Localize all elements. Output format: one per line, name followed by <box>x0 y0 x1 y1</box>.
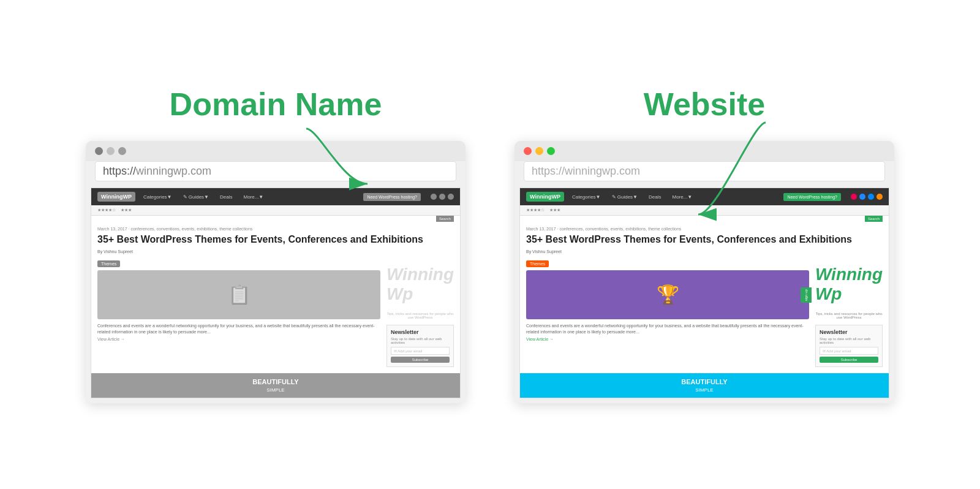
wp-logo-left: WinningWp <box>386 257 454 312</box>
article-right-col: WinningWp Tips, tricks and resources for… <box>380 257 454 367</box>
main-content-right: Themes 🏆 Conferences and events are a wo… <box>520 257 889 373</box>
newsletter-title-left: Newsletter <box>391 329 450 335</box>
dot-yellow-left <box>107 147 115 155</box>
domain-name-section: Domain Name https://winningwp.com <box>86 86 466 403</box>
article-title-left: 35+ Best WordPress Themes for Events, Co… <box>91 232 460 249</box>
main-container: Domain Name https://winningwp.com <box>0 74 980 415</box>
website-arrow <box>680 116 802 227</box>
dot-yellow-right <box>535 147 543 155</box>
article-image-left: 📋 <box>97 270 380 319</box>
article-author-left: By Vishnu Supreet <box>91 249 460 257</box>
social-icon-r1 <box>851 194 857 200</box>
nav-guides-left: ✎ Guides▼ <box>180 193 213 201</box>
wp-tagline-left: Tips, tricks and resources for people wh… <box>386 312 454 319</box>
nav-deals-right: Deals <box>646 193 664 201</box>
signup-banner-right: sign up <box>801 287 812 303</box>
browser-content-left: WinningWP Categories▼ ✎ Guides▼ Deals Mo… <box>91 188 461 398</box>
wp-logo-text-right: WinningWp <box>815 265 883 304</box>
view-article-left: View Article → <box>97 337 380 341</box>
clipboard-icon-right: 🏆 <box>657 284 679 305</box>
footer-banner-left: BEAUTIFULLY SIMPLE <box>91 373 460 398</box>
dot-green-right <box>547 147 555 155</box>
social-icons-left <box>431 194 454 200</box>
newsletter-box-left: Newsletter Stay up to date with all our … <box>386 325 454 367</box>
nav-categories-right: Categories▼ <box>569 193 604 201</box>
newsletter-input-right: ✉ Add your email <box>820 347 878 355</box>
social-icon-1 <box>431 194 437 200</box>
url-domain-left: winningwp.com <box>136 165 211 177</box>
theme-badge-right: Themes <box>526 260 549 267</box>
url-prefix-left: https:// <box>103 165 136 177</box>
footer-banner-right: BEAUTIFULLY SIMPLE <box>520 373 889 398</box>
footer-text-left: BEAUTIFULLY <box>252 378 298 385</box>
footer-text-right: BEAUTIFULLY <box>681 378 727 385</box>
newsletter-desc-left: Stay up to date with all our web activit… <box>391 337 450 344</box>
newsletter-title-right: Newsletter <box>820 329 878 335</box>
newsletter-btn-left: Subscribe <box>391 357 450 363</box>
nav-items-left: Categories▼ ✎ Guides▼ Deals More...▼ <box>140 193 266 201</box>
wp-logo-right: WinningWp <box>815 257 883 312</box>
wp-logo-text-left: WinningWp <box>386 265 454 304</box>
theme-badge-left: Themes <box>97 260 120 267</box>
article-left-col: Themes 📋 Conferences and events are a wo… <box>97 257 380 367</box>
url-prefix-right: https://winningwp.com <box>532 165 640 177</box>
view-article-right: View Article → <box>526 337 809 341</box>
footer-sub-right: SIMPLE <box>695 387 713 393</box>
newsletter-desc-right: Stay up to date with all our web activit… <box>820 337 878 344</box>
dot-green-left <box>118 147 126 155</box>
article-excerpt-left: Conferences and events are a wonderful n… <box>97 323 380 335</box>
social-icon-r2 <box>859 194 865 200</box>
nav-categories-left: Categories▼ <box>140 193 175 201</box>
social-icons-right <box>851 194 883 200</box>
nav-deals-left: Deals <box>217 193 235 201</box>
social-icon-3 <box>448 194 454 200</box>
article-title-right: 35+ Best WordPress Themes for Events, Co… <box>520 232 889 249</box>
article-meta-left: March 13, 2017 · conferences, convention… <box>91 222 460 232</box>
social-icon-r4 <box>876 194 883 200</box>
search-btn-left: Search <box>436 216 454 222</box>
search-row-left: Search <box>91 216 460 222</box>
clipboard-icon-left: 📋 <box>228 284 251 305</box>
social-icon-2 <box>439 194 445 200</box>
newsletter-btn-right: Subscribe <box>820 357 878 363</box>
social-icon-r3 <box>868 194 874 200</box>
domain-name-title: Domain Name <box>170 86 382 123</box>
nav-logo-left: WinningWP <box>97 192 135 202</box>
article-excerpt-right: Conferences and events are a wonderful n… <box>526 323 809 335</box>
signup-banner-text: sign up <box>804 289 808 301</box>
newsletter-input-left: ✉ Add your email <box>391 347 450 355</box>
main-content-left: Themes 📋 Conferences and events are a wo… <box>91 257 460 373</box>
nav-guides-right: ✎ Guides▼ <box>609 193 641 201</box>
dot-red-left <box>95 147 103 155</box>
search-btn-right: Search <box>865 216 883 222</box>
footer-sub-left: SIMPLE <box>266 387 284 393</box>
wp-tagline-right: Tips, tricks and resources for people wh… <box>815 312 883 319</box>
newsletter-box-right: Newsletter Stay up to date with all our … <box>815 325 883 367</box>
article-right-col-right: WinningWp Tips, tricks and resources for… <box>809 257 883 367</box>
sub-nav-left: ★★★★☆ ★★★ <box>91 205 460 216</box>
dot-red-right <box>524 147 532 155</box>
article-author-right: By Vishnu Supreet <box>520 249 889 257</box>
article-image-right: 🏆 <box>526 270 809 319</box>
website-section: Website https://winningwp.com <box>514 86 894 403</box>
nav-more-left: More...▼ <box>240 193 266 201</box>
nav-logo-right: WinningWP <box>526 192 564 202</box>
domain-arrow <box>270 123 392 196</box>
nav-items-right: Categories▼ ✎ Guides▼ Deals More...▼ <box>569 193 695 201</box>
article-left-col-right: Themes 🏆 Conferences and events are a wo… <box>526 257 809 367</box>
